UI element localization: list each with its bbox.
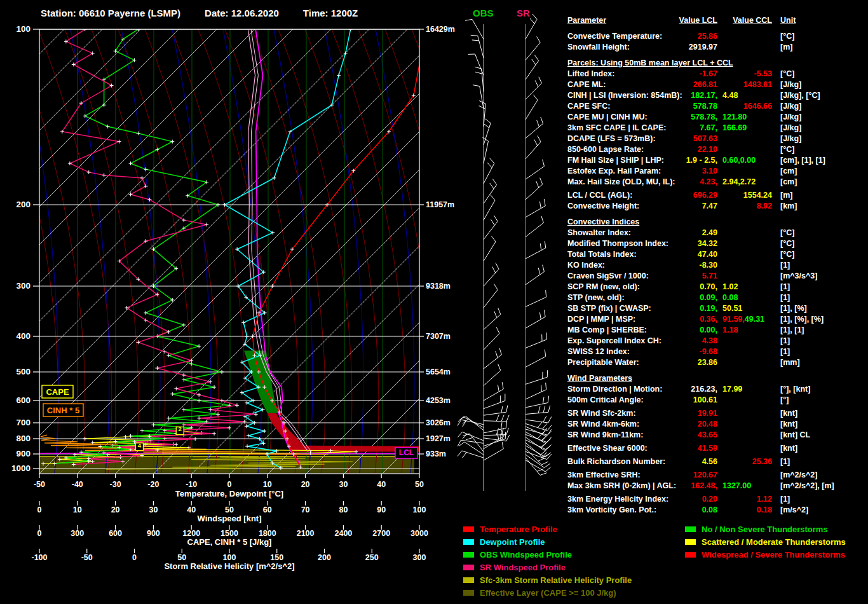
value-lcl-cell: 5.71 [677, 271, 717, 282]
axis-tick-label: -30 [110, 480, 121, 489]
value-ccl-cell [717, 260, 772, 271]
sr-barb-tick [547, 437, 552, 442]
obs-barb-tick [496, 263, 499, 270]
value-lcl: 19.91 [698, 408, 717, 419]
obs-barb-tick [490, 158, 494, 163]
obs-barb-tick [506, 428, 508, 434]
value-lcl-cell: 182.17, [677, 90, 717, 101]
table-row: KO Index:-8.30[1] [567, 260, 866, 271]
value-extra: 1.02 [722, 282, 738, 292]
sr-barb [526, 377, 547, 384]
unit-cell: [mm] [772, 357, 866, 368]
value-lcl: 3.10 [702, 166, 717, 177]
axis-tick-label: 2100 [297, 529, 315, 538]
table-row: Storm Direction | Motion:216.23,17.99[°]… [567, 384, 866, 395]
axis-tick-label: 1500 [220, 529, 238, 538]
unit-cell: [J/kg] [772, 101, 866, 112]
table-row: Precipitable Water:23.86[mm] [567, 357, 866, 368]
sr-barb [526, 60, 539, 79]
obs-barb [484, 141, 488, 163]
param-label-cell: Max. Hail Size (OLD, MU, IL): [567, 177, 677, 188]
unit-label: [J/kg] [780, 80, 801, 89]
unit-cell: [1] [772, 282, 866, 292]
unit-label: [1], [%] [780, 304, 807, 313]
unit-cell: [m] [772, 190, 866, 201]
value-lcl: 507.63 [693, 134, 717, 144]
dry-adiabat-line [305, 29, 379, 474]
obs-barb [484, 269, 499, 286]
obs-barb-tick [492, 266, 496, 273]
sr-barb-tick [536, 181, 539, 188]
unit-label: [°], [knt] [780, 385, 810, 394]
sr-barb-tick [538, 268, 540, 275]
sr-barb-tick [542, 436, 546, 441]
obs-barb [478, 36, 484, 58]
obs-barb-tick [496, 351, 498, 357]
unit-cell: [1] [772, 292, 866, 303]
obs-barb-tick [506, 415, 509, 422]
table-row: Exp. Supercell Index CH:4.38[1] [567, 336, 866, 347]
table-section: Parcels: Using 50mB mean layer LCL + CCL… [567, 58, 866, 212]
isotherm-diagonal [0, 29, 217, 474]
axis-tick-label: 100 [413, 505, 426, 514]
axis-tick-label: 250 [365, 553, 379, 562]
param-label: 3km Effective SRH: [567, 470, 641, 479]
value-ccl-cell: 50.51 [717, 303, 772, 314]
param-label: Lifted Index: [567, 69, 614, 78]
sr-barb [526, 206, 545, 217]
param-label-cell: Precipitable Water: [567, 357, 677, 368]
param-label: SCP RM (new, old): [567, 282, 640, 291]
sr-barb-tick [530, 18, 534, 24]
legend-label: SR Windspeed Profile [480, 563, 566, 572]
axis-title: Storm Relative Helicity [m^2/s^2] [164, 561, 294, 571]
unit-label: [m/s^2] [780, 505, 808, 514]
table-row: DCAPE (LFS = 573mB):507.63[J/kg] [567, 134, 866, 144]
table-row: Estofex Exp. Hail Param:3.10[cm] [567, 166, 866, 177]
sr-barb [526, 443, 543, 457]
param-label: STP (new, old): [567, 293, 625, 302]
unit-cell: [m^3/s^3] [772, 271, 866, 282]
axis-tick-label: 1200 [182, 529, 200, 538]
obs-barb-tick [501, 422, 502, 429]
value-ccl-cell [717, 443, 772, 454]
param-label-cell: CAPE ML: [567, 79, 677, 90]
axis-tick-label: 90 [377, 505, 386, 514]
unit-label: [J/kg], [°C] [780, 91, 820, 100]
legend-swatch [463, 539, 474, 545]
obs-barb [470, 434, 484, 451]
axis-tick-label: 40 [377, 480, 386, 489]
obs-barb-tick [501, 415, 504, 421]
header-cell: Parameter [567, 15, 677, 26]
value-lcl: 2.49 [702, 228, 717, 238]
value-ccl-cell: 2.94, 2.72 [717, 177, 772, 188]
value-ccl-cell: -5.53 [717, 69, 772, 79]
value-lcl: 7.67, [700, 123, 717, 134]
sr-barb [526, 357, 546, 367]
dry-adiabat-line [252, 29, 325, 474]
unit-cell: [1], [%], [%] [772, 314, 866, 325]
legend-item: Widespread / Severe Thunderstorms [685, 548, 846, 561]
table-row: Modified Thompson Index:34.32[°C] [567, 238, 866, 249]
value-lcl: 4.56 [702, 456, 717, 467]
obs-barb [484, 449, 503, 460]
unit-label: [cm], [1], [1] [780, 156, 825, 165]
value-lcl-cell: 0.20 [677, 494, 717, 505]
parameter-table: ParameterValue LCLValue CCLUnitConvectiv… [567, 15, 866, 516]
param-label: Estofex Exp. Hail Param: [567, 167, 661, 175]
axis-tick-label: 10 [73, 505, 82, 514]
obs-barb-tick [494, 216, 498, 221]
value-lcl: 0.36, [700, 314, 717, 325]
value-ccl: 8.92 [757, 201, 772, 212]
unit-label: [°] [780, 395, 789, 404]
param-label-cell: 3km Vorticity Gen. Pot.: [567, 505, 677, 516]
unit-label: [1] [780, 347, 790, 356]
altitude-label: 4253m [426, 396, 451, 405]
legend-label: Sfc-3km Storm Relative Helicity Profile [480, 575, 632, 585]
sr-barb [526, 440, 546, 450]
dry-adiabat-line [358, 29, 432, 474]
unit-label: [1] [780, 457, 790, 466]
sr-barb-tick [540, 473, 546, 476]
axis-tick-label: 10 [263, 480, 272, 489]
hail-marker-label: 2 [179, 425, 182, 432]
param-label-cell: 850-600 Lapse Rate: [567, 144, 677, 155]
